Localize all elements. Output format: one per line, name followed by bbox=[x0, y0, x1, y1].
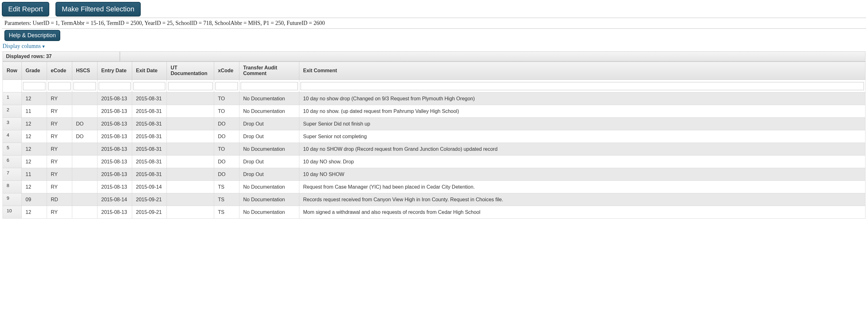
filter-entry-date-input[interactable] bbox=[99, 82, 131, 90]
filter-exit-comment-input[interactable] bbox=[301, 82, 864, 90]
table-row[interactable]: 112RY2015-08-132015-08-31TONo Documentat… bbox=[3, 92, 866, 105]
xcode-cell: TO bbox=[214, 92, 239, 105]
audit-cell: No Documentation bbox=[239, 206, 299, 219]
exit-date-cell: 2015-08-31 bbox=[132, 92, 167, 105]
entry-date-cell: 2015-08-13 bbox=[97, 105, 132, 118]
xcode-cell: TO bbox=[214, 143, 239, 155]
col-header-grade[interactable]: Grade bbox=[22, 62, 47, 80]
ut-doc-cell bbox=[167, 206, 214, 219]
ut-doc-cell bbox=[167, 143, 214, 155]
grade-cell: 09 bbox=[22, 193, 47, 206]
help-description-button[interactable]: Help & Description bbox=[4, 30, 60, 41]
col-header-exit-date[interactable]: Exit Date bbox=[132, 62, 167, 80]
filter-ecode-input[interactable] bbox=[48, 82, 71, 90]
report-table: Row Grade eCode HSCS Entry Date Exit Dat… bbox=[2, 62, 866, 219]
row-number-cell: 6 bbox=[3, 155, 22, 168]
ut-doc-cell bbox=[167, 130, 214, 143]
table-row[interactable]: 909RD2015-08-142015-09-21TSNo Documentat… bbox=[3, 193, 866, 206]
exit-date-cell: 2015-08-31 bbox=[132, 155, 167, 168]
grade-cell: 12 bbox=[22, 143, 47, 155]
entry-date-cell: 2015-08-14 bbox=[97, 193, 132, 206]
exit-date-cell: 2015-09-14 bbox=[132, 181, 167, 193]
xcode-cell: TS bbox=[214, 181, 239, 193]
exit-date-cell: 2015-09-21 bbox=[132, 206, 167, 219]
exit-comment-cell: Mom signed a withdrawal and also request… bbox=[299, 206, 866, 219]
audit-cell: No Documentation bbox=[239, 193, 299, 206]
hscs-cell bbox=[72, 92, 97, 105]
hscs-cell bbox=[72, 181, 97, 193]
table-row[interactable]: 812RY2015-08-132015-09-14TSNo Documentat… bbox=[3, 181, 866, 193]
grade-cell: 11 bbox=[22, 105, 47, 118]
ut-doc-cell bbox=[167, 118, 214, 130]
grade-cell: 11 bbox=[22, 168, 47, 181]
exit-comment-cell: Super Senior not completing bbox=[299, 130, 866, 143]
exit-date-cell: 2015-09-21 bbox=[132, 193, 167, 206]
ecode-cell: RY bbox=[47, 118, 72, 130]
exit-comment-cell: 10 day no show. (up dated request from P… bbox=[299, 105, 866, 118]
parameters-bar: Parameters: UserID = 1, TermAbbr = 15-16… bbox=[2, 18, 866, 29]
filter-xcode-input[interactable] bbox=[215, 82, 238, 90]
col-header-xcode[interactable]: xCode bbox=[214, 62, 239, 80]
xcode-cell: DO bbox=[214, 155, 239, 168]
col-header-hscs[interactable]: HSCS bbox=[72, 62, 97, 80]
table-row[interactable]: 512RY2015-08-132015-08-31TONo Documentat… bbox=[3, 143, 866, 155]
col-header-entry-date[interactable]: Entry Date bbox=[97, 62, 132, 80]
col-header-row[interactable]: Row bbox=[3, 62, 22, 80]
display-columns-toggle[interactable]: Display columns▼ bbox=[0, 42, 868, 50]
filter-audit-input[interactable] bbox=[241, 82, 298, 90]
row-number-cell: 9 bbox=[3, 193, 22, 206]
audit-cell: Drop Out bbox=[239, 168, 299, 181]
ecode-cell: RY bbox=[47, 130, 72, 143]
hscs-cell bbox=[72, 155, 97, 168]
filter-ut-doc-input[interactable] bbox=[168, 82, 213, 90]
exit-comment-cell: 10 day no show drop (Changed on 9/3 Requ… bbox=[299, 92, 866, 105]
row-number-cell: 8 bbox=[3, 181, 22, 193]
filter-exit-date-input[interactable] bbox=[133, 82, 165, 90]
filter-hscs-input[interactable] bbox=[73, 82, 96, 90]
table-row[interactable]: 412RYDO2015-08-132015-08-31DODrop OutSup… bbox=[3, 130, 866, 143]
table-row[interactable]: 612RY2015-08-132015-08-31DODrop Out10 da… bbox=[3, 155, 866, 168]
ut-doc-cell bbox=[167, 92, 214, 105]
col-header-exit-comment[interactable]: Exit Comment bbox=[299, 62, 866, 80]
row-number-cell: 4 bbox=[3, 130, 22, 143]
table-row[interactable]: 211RY2015-08-132015-08-31TONo Documentat… bbox=[3, 105, 866, 118]
audit-cell: No Documentation bbox=[239, 143, 299, 155]
ecode-cell: RD bbox=[47, 193, 72, 206]
grade-cell: 12 bbox=[22, 181, 47, 193]
hscs-cell bbox=[72, 206, 97, 219]
col-header-ut-documentation[interactable]: UT Documentation bbox=[167, 62, 214, 80]
grade-cell: 12 bbox=[22, 92, 47, 105]
filter-grade-input[interactable] bbox=[23, 82, 45, 90]
exit-date-cell: 2015-08-31 bbox=[132, 168, 167, 181]
col-header-transfer-audit-comment[interactable]: Transfer Audit Comment bbox=[239, 62, 299, 80]
exit-comment-cell: Records request received from Canyon Vie… bbox=[299, 193, 866, 206]
grade-cell: 12 bbox=[22, 130, 47, 143]
row-number-cell: 5 bbox=[3, 143, 22, 155]
xcode-cell: TO bbox=[214, 105, 239, 118]
col-header-ecode[interactable]: eCode bbox=[47, 62, 72, 80]
audit-cell: Drop Out bbox=[239, 130, 299, 143]
ut-doc-cell bbox=[167, 155, 214, 168]
filter-row bbox=[3, 80, 866, 92]
edit-report-button[interactable]: Edit Report bbox=[2, 2, 49, 17]
grade-cell: 12 bbox=[22, 206, 47, 219]
exit-comment-cell: Request from Case Manager (YIC) had been… bbox=[299, 181, 866, 193]
xcode-cell: DO bbox=[214, 130, 239, 143]
xcode-cell: DO bbox=[214, 118, 239, 130]
make-filtered-selection-button[interactable]: Make Filtered Selection bbox=[56, 2, 141, 17]
xcode-cell: DO bbox=[214, 168, 239, 181]
table-row[interactable]: 312RYDO2015-08-132015-08-31DODrop OutSup… bbox=[3, 118, 866, 130]
table-row[interactable]: 711RY2015-08-132015-08-31DODrop Out10 da… bbox=[3, 168, 866, 181]
entry-date-cell: 2015-08-13 bbox=[97, 155, 132, 168]
xcode-cell: TS bbox=[214, 193, 239, 206]
exit-date-cell: 2015-08-31 bbox=[132, 105, 167, 118]
table-row[interactable]: 1012RY2015-08-132015-09-21TSNo Documenta… bbox=[3, 206, 866, 219]
audit-cell: Drop Out bbox=[239, 118, 299, 130]
displayed-rows-bar: Displayed rows: 37 bbox=[2, 52, 866, 62]
row-number-cell: 1 bbox=[3, 92, 22, 105]
entry-date-cell: 2015-08-13 bbox=[97, 181, 132, 193]
audit-cell: No Documentation bbox=[239, 92, 299, 105]
exit-date-cell: 2015-08-31 bbox=[132, 130, 167, 143]
hscs-cell: DO bbox=[72, 118, 97, 130]
ecode-cell: RY bbox=[47, 155, 72, 168]
